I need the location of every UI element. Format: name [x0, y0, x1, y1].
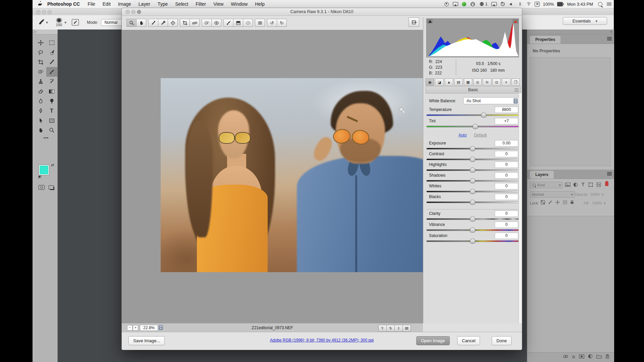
- eraser-tool[interactable]: [35, 86, 46, 96]
- filter-image-icon[interactable]: [565, 182, 571, 188]
- open-image-button[interactable]: Open Image: [416, 336, 450, 345]
- red-eye-tool[interactable]: [211, 19, 221, 27]
- wifi-icon[interactable]: [526, 1, 532, 7]
- slider-value-field[interactable]: 0.00: [495, 140, 518, 146]
- filter-shape-icon[interactable]: [588, 182, 593, 188]
- slider-thumb[interactable]: [470, 146, 475, 151]
- toggle-fullscreen-button[interactable]: [409, 17, 419, 27]
- photo-preview[interactable]: [161, 78, 450, 272]
- toggle-brush-panel-icon[interactable]: [72, 19, 79, 25]
- volume-icon[interactable]: [508, 1, 514, 7]
- slider-value-field[interactable]: 0: [495, 210, 518, 217]
- done-button[interactable]: Done: [492, 336, 512, 345]
- graduated-filter-tool[interactable]: [233, 19, 243, 27]
- layer-style-icon[interactable]: fx: [572, 355, 575, 359]
- edit-toolbar-ellipsis[interactable]: •••: [35, 136, 57, 140]
- spot-removal-tool[interactable]: [202, 19, 212, 27]
- slider-thumb[interactable]: [473, 124, 478, 129]
- straighten-tool[interactable]: [190, 19, 200, 27]
- tab-snapshots[interactable]: ❐: [512, 78, 520, 86]
- menu-item-window[interactable]: Window: [231, 1, 248, 7]
- properties-panel-menu-icon[interactable]: [607, 37, 612, 41]
- brush-preset-chevron[interactable]: ▾: [46, 20, 48, 25]
- lock-pixels-icon[interactable]: [548, 200, 552, 205]
- menu-item-view[interactable]: View: [213, 1, 223, 7]
- crop-tool-ps[interactable]: [35, 57, 46, 67]
- creative-cloud-icon[interactable]: 1: [479, 1, 488, 7]
- history-brush-tool[interactable]: [46, 77, 57, 86]
- headphones-icon[interactable]: [470, 1, 476, 7]
- menu-item-help[interactable]: Help: [255, 1, 265, 7]
- tab-split-toning[interactable]: ▦: [464, 78, 472, 86]
- slider-thumb[interactable]: [470, 239, 475, 244]
- cancel-button[interactable]: Cancel: [457, 336, 480, 345]
- color-sampler-tool[interactable]: [158, 19, 168, 27]
- menu-item-image[interactable]: Image: [118, 1, 131, 7]
- slider-value-field[interactable]: +7: [495, 118, 518, 124]
- menu-item-select[interactable]: Select: [175, 1, 188, 7]
- new-group-icon[interactable]: [596, 354, 602, 360]
- slider-thumb[interactable]: [470, 217, 475, 222]
- slider-value-field[interactable]: 0: [495, 194, 518, 200]
- slider-value-field[interactable]: 8800: [495, 107, 518, 113]
- shadow-clipping-warning[interactable]: [427, 19, 433, 23]
- basic-section-menu-icon[interactable]: [515, 88, 519, 92]
- eyedropper-tool[interactable]: [46, 57, 57, 67]
- ps-close-button[interactable]: [36, 10, 41, 14]
- adjustment-brush-tool[interactable]: [223, 19, 233, 27]
- quick-selection-tool[interactable]: [46, 48, 57, 57]
- menu-item-edit[interactable]: Edit: [103, 1, 111, 7]
- menu-item-file[interactable]: File: [88, 1, 95, 7]
- opacity-value[interactable]: 100%: [590, 192, 600, 196]
- blend-mode-select-layers[interactable]: Normal▾: [530, 191, 575, 198]
- cr-close-button[interactable]: [125, 10, 130, 14]
- pen-tool[interactable]: [35, 106, 46, 116]
- menu-item-filter[interactable]: Filter: [196, 1, 206, 7]
- tab-layers[interactable]: Layers: [530, 171, 554, 179]
- settings-scrollbar[interactable]: [519, 93, 522, 323]
- quick-mask-button[interactable]: [38, 184, 46, 190]
- crop-tool[interactable]: [180, 19, 190, 27]
- tab-camera-calibration[interactable]: ◘: [492, 78, 501, 86]
- lock-position-icon[interactable]: [555, 200, 560, 205]
- dodge-tool[interactable]: [46, 96, 57, 106]
- white-balance-select[interactable]: As Shot ▲▼: [463, 97, 519, 104]
- swap-colors-icon[interactable]: ⇄: [51, 163, 54, 167]
- zoom-tool[interactable]: [126, 19, 137, 27]
- menu-item-type[interactable]: Type: [158, 1, 168, 7]
- highlight-clipping-warning[interactable]: [513, 19, 518, 23]
- slider-value-field[interactable]: 0: [495, 183, 518, 189]
- cr-minimize-button[interactable]: [131, 10, 136, 14]
- tab-hsl-grayscale[interactable]: ▤: [454, 78, 463, 86]
- preferences-button[interactable]: [255, 19, 265, 27]
- battery-icon[interactable]: [557, 1, 563, 7]
- slider-thumb[interactable]: [470, 189, 475, 194]
- tab-properties[interactable]: Properties: [530, 36, 560, 44]
- marquee-tool[interactable]: [46, 38, 57, 48]
- filter-type-icon[interactable]: T: [582, 182, 585, 187]
- delete-layer-icon[interactable]: [605, 354, 609, 360]
- slider-thumb[interactable]: [481, 113, 486, 118]
- fill-value[interactable]: 100%: [592, 201, 602, 205]
- tab-basic[interactable]: ◉: [426, 78, 434, 86]
- menu-clock[interactable]: Mon 3:43 PM: [567, 2, 593, 7]
- default-colors-icon[interactable]: ◩: [38, 175, 41, 179]
- auto-link[interactable]: Auto: [459, 133, 467, 137]
- clone-stamp-tool[interactable]: [35, 77, 46, 86]
- save-image-button[interactable]: Save Image...: [128, 336, 165, 345]
- tab-lens-corrections[interactable]: ◎: [473, 78, 482, 86]
- type-tool[interactable]: T: [46, 106, 57, 116]
- zoom-tool-ps[interactable]: [46, 125, 57, 135]
- healing-brush-tool[interactable]: [35, 67, 46, 77]
- slider-thumb[interactable]: [470, 178, 475, 183]
- preview-preferences-button[interactable]: [402, 325, 411, 331]
- cr-zoom-button[interactable]: [137, 10, 141, 14]
- slider-value-field[interactable]: 0: [495, 222, 518, 228]
- hand-tool-ps[interactable]: [35, 125, 46, 135]
- slider-thumb[interactable]: [470, 200, 475, 205]
- tab-tone-curve[interactable]: ◪: [435, 78, 443, 86]
- default-link[interactable]: Default: [474, 133, 487, 137]
- brush-tool[interactable]: [46, 67, 57, 77]
- shape-tool[interactable]: [46, 116, 57, 125]
- slider-track[interactable]: [426, 114, 519, 116]
